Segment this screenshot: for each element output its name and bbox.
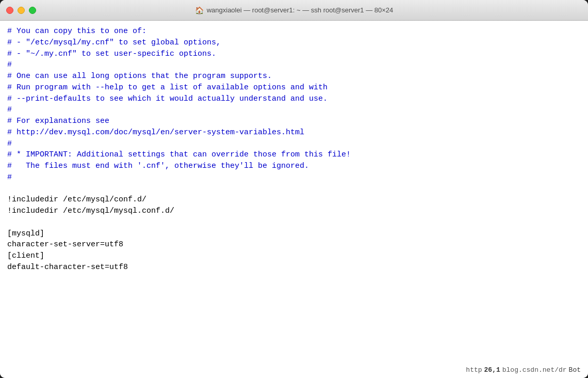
terminal-body[interactable]: # You can copy this to one of: # - "/etc…	[0, 21, 588, 378]
terminal-line: default-character-set=utf8	[7, 263, 128, 272]
terminal-line: #	[7, 173, 12, 182]
terminal-line: # Run program with --help to get a list …	[7, 83, 328, 92]
terminal-line: # - "/etc/mysql/my.cnf" to set global op…	[7, 38, 221, 47]
terminal-line: # - "~/.my.cnf" to set user-specific opt…	[7, 50, 216, 58]
bot-label: Bot	[569, 366, 581, 374]
window-title: 🏠 wangxiaolei — root@server1: ~ — ssh ro…	[195, 6, 394, 14]
title-text: wangxiaolei — root@server1: ~ — ssh root…	[207, 6, 394, 14]
terminal-line: character-set-server=utf8	[7, 240, 123, 249]
terminal-content: # You can copy this to one of: # - "/etc…	[7, 26, 581, 273]
terminal-line: [mysqld]	[7, 229, 44, 238]
status-link: http	[466, 366, 482, 374]
terminal-line: #	[7, 139, 12, 148]
cursor-position: 26,1	[484, 366, 500, 374]
terminal-line: # http://dev.mysql.com/doc/mysql/en/serv…	[7, 128, 304, 137]
terminal-line: !includedir /etc/mysql/conf.d/	[7, 195, 146, 204]
maximize-button[interactable]	[29, 7, 36, 14]
terminal-window: 🏠 wangxiaolei — root@server1: ~ — ssh ro…	[0, 0, 588, 378]
status-separator: blog.csdn.net/dr	[502, 366, 567, 374]
terminal-line: # The files must end with '.cnf', otherw…	[7, 162, 309, 170]
terminal-line: # * IMPORTANT: Additional settings that …	[7, 150, 351, 159]
minimize-button[interactable]	[18, 7, 25, 14]
status-bar: http 26,1 blog.csdn.net/dr Bot	[466, 366, 581, 374]
terminal-line: #	[7, 105, 12, 114]
titlebar-icon: 🏠	[195, 6, 204, 14]
titlebar: 🏠 wangxiaolei — root@server1: ~ — ssh ro…	[0, 0, 588, 21]
terminal-line: # --print-defaults to see which it would…	[7, 94, 328, 103]
terminal-line: # You can copy this to one of:	[7, 27, 146, 36]
terminal-line: #	[7, 60, 12, 69]
terminal-line: !includedir /etc/mysql/mysql.conf.d/	[7, 207, 174, 215]
traffic-lights	[6, 7, 36, 14]
terminal-line: # One can use all long options that the …	[7, 72, 272, 81]
close-button[interactable]	[6, 7, 13, 14]
terminal-line: [client]	[7, 251, 44, 260]
terminal-line: # For explanations see	[7, 117, 109, 125]
